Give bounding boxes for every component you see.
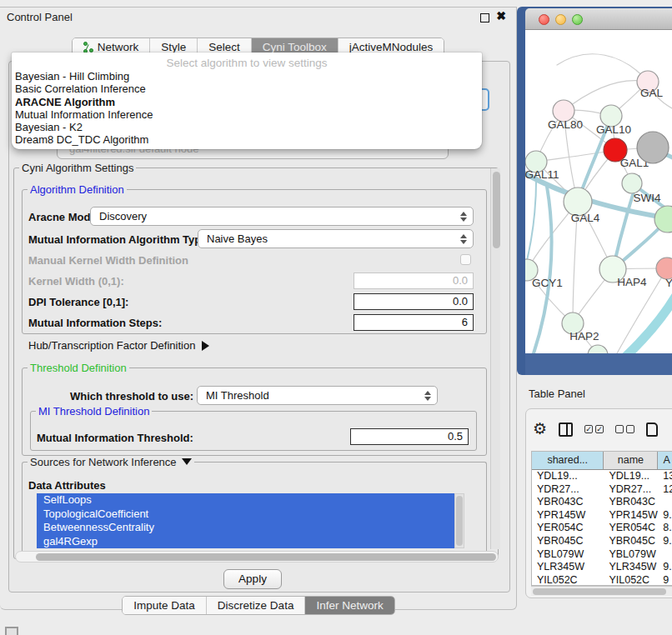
table-cell: YBR043C [604,496,658,509]
table-row[interactable]: YDR27...YDR27...12 [532,483,672,497]
algorithm-option[interactable]: Bayesian - Hill Climbing [12,70,482,82]
sources-title-label: Sources for Network Inference [30,456,177,468]
table-cell: 13 [658,470,672,483]
column-header[interactable]: shared... [532,452,604,469]
split-panes-icon[interactable] [559,422,573,437]
checked-columns-icon[interactable]: ✓✓ [584,425,604,433]
expanded-arrow-icon [182,458,192,465]
column-header[interactable]: name [604,452,658,469]
mi-steps-label: Mutual Information Steps: [28,317,162,329]
which-threshold-combobox[interactable]: MI Threshold [197,386,438,405]
node-label: GAL10 [596,123,631,136]
algorithm-option[interactable]: Bayesian - K2 [12,121,482,133]
application-root: Control Panel ✖ NetworkStyleSelectCyni T… [0,0,672,635]
collapsed-arrow-icon [202,341,209,351]
mi-steps-field[interactable]: 6 [354,314,474,331]
attribute-item[interactable]: TopologicalCoefficient [37,508,454,522]
table-row[interactable]: YIL052CYIL052C9 [532,574,672,586]
control-panel-title: Control Panel [7,11,73,23]
algorithm-dropdown-prompt: Select algorithm to view settings [12,52,482,70]
attribute-item[interactable]: SelfLoops [37,493,454,508]
table-row[interactable]: YBR043CYBR043C [532,496,672,509]
table-row[interactable]: YBL079WYBL079W [532,548,672,562]
tab-impute-data[interactable]: Impute Data [123,597,207,614]
combo-spinner-icon [459,233,467,245]
data-attributes-list[interactable]: SelfLoopsTopologicalCoefficientBetweenne… [37,493,454,548]
data-attributes-label: Data Attributes [28,479,106,492]
aracne-mode-combobox[interactable]: Discovery [90,207,474,226]
which-threshold-label: Which threshold to use: [70,390,193,402]
mi-threshold-field[interactable]: 0.5 [350,428,469,445]
table-cell: YIL052C [604,574,658,586]
tab-infer-network[interactable]: Infer Network [305,597,394,614]
control-panel-window: Control Panel ✖ NetworkStyleSelectCyni T… [0,7,517,610]
unchecked-columns-icon[interactable] [615,425,634,433]
table-panel: ⚙ ✓✓ shared...nameA YDL19...YDL19...13YD… [525,408,672,598]
table-cell: 9. [658,561,672,574]
document-icon[interactable] [646,422,658,437]
table-cell [658,548,672,562]
network-node[interactable] [637,132,669,163]
float-window-icon[interactable] [480,13,489,22]
network-node-swi4[interactable] [622,173,642,193]
hub-definition-expander[interactable]: Hub/Transcription Factor Definition [28,339,209,352]
settings-group-title: Cyni Algorithm Settings [19,162,136,174]
attributes-scrollbar[interactable] [454,493,464,548]
column-header[interactable]: A [658,452,672,469]
docked-panel-icon[interactable] [5,627,18,635]
dpi-tolerance-field[interactable]: 0.0 [354,293,474,310]
table-cell: YDL19... [532,470,604,483]
attribute-item[interactable]: BetweennessCentrality [37,521,454,535]
control-panel-titlebar[interactable]: Control Panel ✖ [0,8,516,27]
manual-kernel-checkbox[interactable] [460,254,471,265]
table-cell: 9 [658,574,672,586]
algorithm-option[interactable]: ARACNE Algorithm [12,96,482,108]
tab-label: Select [208,41,240,53]
close-panel-icon[interactable]: ✖ [496,9,506,22]
settings-horizontal-scrollbar[interactable] [15,551,499,562]
table-row[interactable]: YBR045CYBR045C9. [532,535,672,548]
table-cell: YPR145W [532,509,604,522]
table-horizontal-scrollbar[interactable] [531,586,672,596]
table-cell: YBR045C [604,535,658,548]
table-cell: 9. [658,509,672,522]
mi-threshold-definition-title: MI Threshold Definition [36,405,152,418]
algorithm-option[interactable]: Basic Correlation Inference [12,82,482,95]
table-header-row: shared...nameA [532,452,672,470]
attribute-item[interactable]: gal4RGexp [37,535,454,549]
table-cell: YBL079W [604,548,658,562]
table-cell: YBR043C [532,496,604,509]
tab-discretize-data[interactable]: Discretize Data [207,597,306,614]
gear-icon[interactable]: ⚙ [533,421,547,438]
node-label: SWI4 [633,192,660,204]
network-icon [83,42,93,53]
kernel-width-field[interactable]: 0.0 [354,272,474,289]
settings-vertical-scrollbar[interactable] [490,168,500,549]
dpi-tolerance-label: DPI Tolerance [0,1]: [28,296,128,308]
kernel-width-label: Kernel Width (0,1): [28,275,124,288]
table-row[interactable]: YER054CYER054C8. [532,522,672,535]
table-cell: YBL079W [532,548,604,562]
tab-label: jActiveMNodules [349,41,434,53]
node-label: Y [665,277,672,289]
mi-type-combobox[interactable]: Naive Bayes [198,229,474,248]
network-canvas[interactable]: GALGAL80GAL10GAL1GAL11SWI4GAL4GCY1HAP4YH… [525,30,672,353]
minimize-window-icon[interactable] [555,14,566,25]
node-label: HAP2 [569,330,599,342]
table-row[interactable]: YPR145WYPR145W9. [532,509,672,522]
network-window-titlebar[interactable] [525,8,672,30]
hub-definition-label: Hub/Transcription Factor Definition [28,339,195,352]
zoom-window-icon[interactable] [572,14,583,25]
sources-group-title[interactable]: Sources for Network Inference [28,456,194,468]
table-cell: YPR145W [604,509,658,522]
node-label: GCY1 [532,277,563,289]
apply-button[interactable]: Apply [223,569,282,589]
table-cell: YER054C [604,522,658,535]
manual-kernel-label: Manual Kernel Width Definition [28,254,188,267]
table-row[interactable]: YDL19...YDL19...13 [532,470,672,483]
combo-spinner-icon [424,390,431,402]
close-window-icon[interactable] [539,14,549,25]
algorithm-option[interactable]: Dream8 DC_TDC Algorithm [12,133,482,146]
table-row[interactable]: YLR345WYLR345W9. [532,561,672,574]
algorithm-option[interactable]: Mutual Information Inference [12,108,482,121]
